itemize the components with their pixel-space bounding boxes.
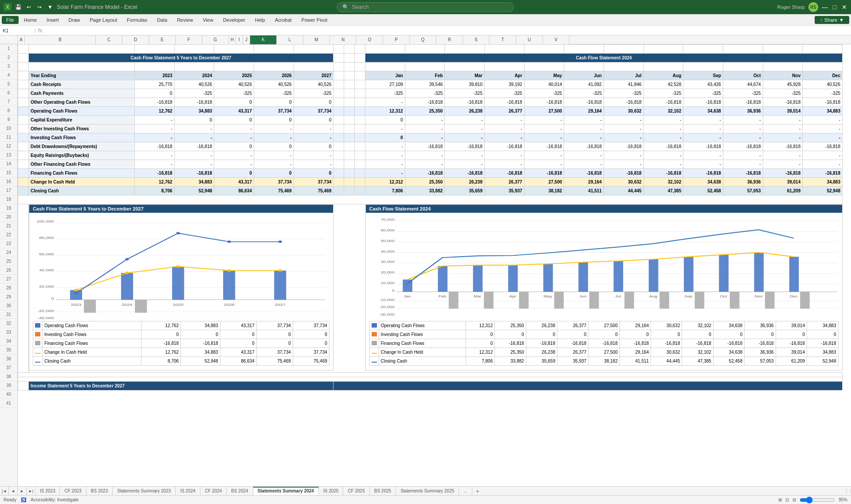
sheet-tab-bs2024[interactable]: BS 2024 bbox=[227, 487, 253, 495]
svg-rect-20 bbox=[84, 300, 96, 313]
title-bar-right: Roger Sharp RS — □ ✕ bbox=[566, 2, 847, 12]
sheet-tab-is2025[interactable]: IS 2025 bbox=[319, 487, 343, 495]
undo-icon[interactable]: ↩ bbox=[25, 3, 33, 11]
col-header-u[interactable]: U bbox=[516, 35, 543, 44]
sheet-tab-cf2023[interactable]: CF 2023 bbox=[60, 487, 86, 495]
col-header-v[interactable]: V bbox=[543, 35, 569, 44]
ribbon-tab-insert[interactable]: Insert bbox=[42, 16, 63, 24]
sheet-tab-add[interactable]: + bbox=[472, 487, 483, 495]
ribbon-tab-view[interactable]: View bbox=[198, 16, 218, 24]
row-col-header bbox=[0, 35, 18, 44]
maximize-button[interactable]: □ bbox=[831, 4, 838, 10]
sheet-tab-cf2024[interactable]: CF 2024 bbox=[200, 487, 227, 495]
sheet-tab-more[interactable]: ... bbox=[459, 487, 472, 495]
name-box[interactable]: K1 bbox=[0, 28, 35, 33]
sheet-tab-cf2025[interactable]: CF 2025 bbox=[343, 487, 369, 495]
col-header-i[interactable]: I bbox=[236, 35, 243, 44]
ribbon-tab-draw[interactable]: Draw bbox=[64, 16, 85, 24]
month-aug: Aug bbox=[643, 71, 683, 80]
svg-text:Jan: Jan bbox=[404, 294, 411, 298]
svg-point-27 bbox=[176, 265, 180, 267]
col-header-g[interactable]: G bbox=[202, 35, 229, 44]
sheet-tab-is2024[interactable]: IS 2024 bbox=[176, 487, 200, 495]
sheet-nav-next[interactable]: ► bbox=[18, 487, 27, 495]
svg-rect-80 bbox=[659, 292, 669, 309]
col-header-q[interactable]: Q bbox=[410, 35, 436, 44]
row-num-39: 39 bbox=[0, 381, 17, 390]
ribbon-tab-help[interactable]: Help bbox=[251, 16, 270, 24]
sheet-tab-is2023[interactable]: IS 2023 bbox=[35, 487, 60, 495]
user-avatar[interactable]: RS bbox=[808, 2, 818, 12]
col-header-t[interactable]: T bbox=[490, 35, 516, 44]
title-bar-left: X 💾 ↩ ↪ ▼ Solar Farm Finance Model - Exc… bbox=[4, 3, 285, 11]
ribbon-tab-review[interactable]: Review bbox=[173, 16, 197, 24]
col-header-j[interactable]: J bbox=[243, 35, 250, 44]
minimize-button[interactable]: — bbox=[822, 4, 828, 10]
col-header-m[interactable]: M bbox=[303, 35, 330, 44]
col-header-k[interactable]: K bbox=[250, 35, 277, 44]
sheet-nav-prev[interactable]: ◄ bbox=[9, 487, 18, 495]
col-header-d[interactable]: D bbox=[122, 35, 149, 44]
ribbon-tab-home[interactable]: Home bbox=[20, 16, 41, 24]
sheet-tab-ss2025[interactable]: Statements Summary 2025 bbox=[396, 487, 459, 495]
sheet-tab-bs2025[interactable]: BS 2025 bbox=[370, 487, 396, 495]
col-header-a[interactable]: A bbox=[18, 35, 25, 44]
col-header-h[interactable]: H bbox=[229, 35, 236, 44]
sheet-tab-ss2023[interactable]: Statements Summary 2023 bbox=[113, 487, 176, 495]
col-header-n[interactable]: N bbox=[330, 35, 357, 44]
table-row: Operating Cash Flows 12,76234,88343,3173… bbox=[18, 107, 843, 116]
col-header-o[interactable]: O bbox=[357, 35, 383, 44]
ribbon-tab-file[interactable]: File bbox=[2, 16, 19, 24]
view-normal-icon[interactable]: ⊞ bbox=[778, 497, 782, 502]
ribbon-tab-acrobat[interactable]: Acrobat bbox=[271, 16, 296, 24]
svg-rect-77 bbox=[554, 292, 564, 309]
col-header-e[interactable]: E bbox=[149, 35, 176, 44]
svg-text:-30,000: -30,000 bbox=[379, 313, 394, 316]
col-header-s[interactable]: S bbox=[463, 35, 490, 44]
view-layout-icon[interactable]: ⊡ bbox=[785, 497, 789, 502]
legend-row: Operating Cash Flows 12,31225,35026,2382… bbox=[369, 321, 838, 330]
svg-rect-19 bbox=[274, 270, 286, 300]
table-row-headers: Cash Flow Statement 5 Years to December … bbox=[18, 54, 843, 63]
month-jun: Jun bbox=[564, 71, 604, 80]
search-box[interactable]: 🔍 Search bbox=[337, 2, 514, 12]
sheet-nav-last[interactable]: ►| bbox=[27, 487, 35, 495]
zoom-slider[interactable] bbox=[800, 497, 835, 503]
ribbon-tab-pagelayout[interactable]: Page Layout bbox=[85, 16, 122, 24]
save-icon[interactable]: 💾 bbox=[14, 3, 22, 11]
ribbon-tab-developer[interactable]: Developer bbox=[219, 16, 250, 24]
sheet-nav-first[interactable]: |◄ bbox=[0, 487, 9, 495]
col-header-p[interactable]: P bbox=[383, 35, 410, 44]
accessibility-icon: ♿ bbox=[21, 497, 26, 502]
window-title: Solar Farm Finance Model - Excel bbox=[57, 4, 137, 10]
share-button[interactable]: ↑ Share ▼ bbox=[815, 16, 849, 24]
ribbon-tab-powerpivot[interactable]: Power Pivot bbox=[297, 16, 332, 24]
ribbon-tab-formulas[interactable]: Formulas bbox=[122, 16, 152, 24]
row-num-18: 18 bbox=[0, 195, 17, 204]
status-ready: Ready bbox=[4, 497, 16, 502]
sheet-tab-ss2024[interactable]: Statements Summary 2024 bbox=[253, 487, 319, 495]
table-row: Change In Cash Held 12,76234,88343,31737… bbox=[18, 178, 843, 187]
col-header-f[interactable]: F bbox=[176, 35, 202, 44]
col-header-c[interactable]: C bbox=[96, 35, 122, 44]
view-page-icon[interactable]: ⊟ bbox=[792, 497, 796, 502]
svg-text:0: 0 bbox=[392, 289, 394, 293]
sheet-options-btn[interactable]: ⋮ bbox=[842, 489, 851, 493]
col-header-r[interactable]: R bbox=[436, 35, 463, 44]
table-row: Cash Receipts 25,77040,52640,52640,52640… bbox=[18, 80, 843, 89]
redo-icon[interactable]: ↪ bbox=[35, 3, 43, 11]
col-header-l[interactable]: L bbox=[277, 35, 303, 44]
customize-icon[interactable]: ▼ bbox=[46, 3, 54, 11]
col-header-b[interactable]: B bbox=[25, 35, 96, 44]
month-jan: Jan bbox=[365, 71, 405, 80]
svg-text:0: 0 bbox=[51, 297, 54, 301]
svg-text:20,000: 20,000 bbox=[39, 285, 54, 288]
sheet-tab-bs2023[interactable]: BS 2023 bbox=[86, 487, 113, 495]
close-button[interactable]: ✕ bbox=[841, 4, 847, 10]
row-num-11: 11 bbox=[0, 133, 17, 142]
row-num-3: 3 bbox=[0, 62, 17, 71]
ribbon-tab-data[interactable]: Data bbox=[153, 16, 172, 24]
svg-rect-63 bbox=[473, 265, 482, 292]
table-row: Investing Cash Flows ----- 0----------- bbox=[18, 133, 843, 142]
ribbon: File Home Insert Draw Page Layout Formul… bbox=[0, 14, 851, 26]
